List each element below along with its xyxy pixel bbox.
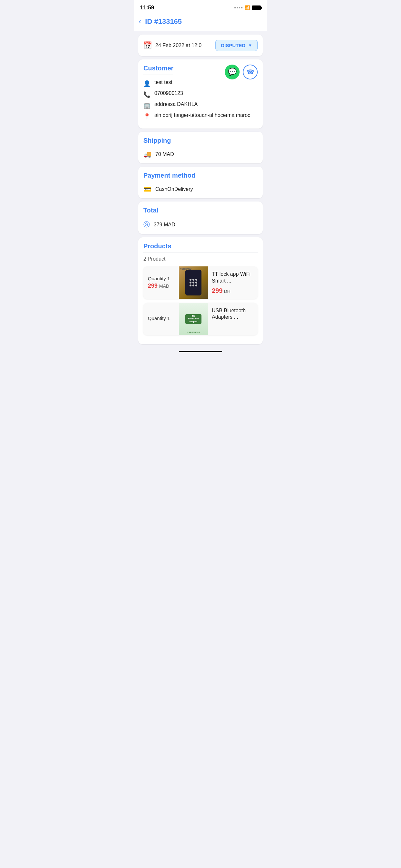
back-button[interactable]: ‹ <box>139 18 141 26</box>
customer-phone-row: 📞 0700900123 <box>143 90 258 98</box>
usb-chip: 5GBluetoothadapter <box>185 314 202 324</box>
whatsapp-icon: 💬 <box>228 68 237 76</box>
payment-card: Payment method 💳 CashOnDelivery <box>138 166 263 198</box>
wifi-icon: 📶 <box>244 5 250 10</box>
page-title: ID #133165 <box>145 18 182 26</box>
product-price-1: 299 MAD <box>148 283 174 289</box>
product-item-1: Quantity 1 299 MAD ©YRHAND TT lock app W… <box>143 267 258 299</box>
keypad-grid <box>189 279 197 286</box>
person-icon: 👤 <box>143 80 150 87</box>
product-info-2: USB Bluetooth Adapters ... <box>208 303 258 335</box>
status-bar: 11:59 📶 <box>134 0 267 13</box>
product-price-unit-1: MAD <box>159 283 169 289</box>
payment-section-title: Payment method <box>143 172 258 182</box>
usb-label: USB DONGLE <box>187 331 200 333</box>
total-card: Total Ⓢ 379 MAD <box>138 202 263 234</box>
products-section-title: Products <box>143 243 258 253</box>
customer-name: test test <box>154 80 173 85</box>
payment-row: 💳 CashOnDelivery <box>143 185 258 193</box>
dh-unit-1: DH <box>224 289 230 294</box>
total-section-title: Total <box>143 207 258 217</box>
chevron-down-icon: ▼ <box>248 43 252 48</box>
building-icon: 🏢 <box>143 102 150 109</box>
whatsapp-button[interactable]: 💬 <box>225 65 240 80</box>
customer-section-title: Customer <box>143 65 174 75</box>
usb-chip-text: 5GBluetoothadapter <box>188 315 199 323</box>
product-qty-2: Quantity 1 <box>148 315 174 321</box>
product-item-2: Quantity 1 5GBluetoothadapter USB DONGLE… <box>143 303 258 335</box>
date-container: 📅 24 Feb 2022 at 12:0 <box>143 41 202 50</box>
product-dh-price-1: 299 DH <box>212 287 254 294</box>
products-card: Products 2 Product Quantity 1 299 MAD ©Y… <box>138 237 263 344</box>
status-time: 11:59 <box>140 4 154 11</box>
product-brand-1: ©YRHAND <box>180 268 191 270</box>
page-header: ‹ ID #133165 <box>134 13 267 31</box>
product-left-1: Quantity 1 299 MAD <box>143 267 179 299</box>
customer-location: ain dorij tanger-tétouan-al hoceïma maro… <box>154 113 250 118</box>
status-icons: 📶 <box>235 5 261 10</box>
product-image-2: 5GBluetoothadapter USB DONGLE <box>179 303 208 335</box>
phone-button[interactable]: ☎ <box>243 65 258 80</box>
home-indicator <box>179 351 222 352</box>
phone-number-icon: 📞 <box>143 91 150 98</box>
product-qty-1: Quantity 1 <box>148 276 174 281</box>
status-dropdown[interactable]: DISPUTED ▼ <box>215 40 258 51</box>
calendar-icon: 📅 <box>143 41 152 50</box>
shipping-section-title: Shipping <box>143 137 258 147</box>
battery-icon <box>252 5 261 10</box>
dh-price-1: 299 <box>212 287 222 294</box>
customer-phone: 0700900123 <box>154 90 183 96</box>
customer-card: Customer 💬 ☎ 👤 test test 📞 0700900123 🏢 … <box>138 59 263 128</box>
customer-location-row: 📍 ain dorij tanger-tétouan-al hoceïma ma… <box>143 113 258 120</box>
lock-panel <box>185 270 202 296</box>
shipping-row: 🚚 70 MAD <box>143 151 258 158</box>
truck-icon: 🚚 <box>143 151 151 158</box>
date-status-row: 📅 24 Feb 2022 at 12:0 DISPUTED ▼ <box>143 40 258 51</box>
product-image-1: ©YRHAND <box>179 267 208 299</box>
products-count: 2 Product <box>143 256 258 262</box>
product-name-1: TT lock app WiFi Smart ... <box>212 271 254 284</box>
customer-name-row: 👤 test test <box>143 80 258 87</box>
customer-actions: 💬 ☎ <box>225 65 258 80</box>
customer-address-row: 🏢 addressa DAKHLA <box>143 101 258 109</box>
shipping-cost: 70 MAD <box>155 151 174 157</box>
product-info-1: TT lock app WiFi Smart ... 299 DH <box>208 267 258 299</box>
customer-header: Customer 💬 ☎ <box>143 65 258 80</box>
signal-dots-icon <box>235 7 243 8</box>
total-row: Ⓢ 379 MAD <box>143 220 258 229</box>
location-pin-icon: 📍 <box>143 113 150 120</box>
date-status-card: 📅 24 Feb 2022 at 12:0 DISPUTED ▼ <box>138 35 263 56</box>
order-date: 24 Feb 2022 at 12:0 <box>155 42 202 49</box>
total-amount: 379 MAD <box>154 222 175 228</box>
customer-address: addressa DAKHLA <box>154 101 197 107</box>
phone-icon: ☎ <box>246 68 254 76</box>
product-name-2: USB Bluetooth Adapters ... <box>212 307 254 321</box>
product-left-2: Quantity 1 <box>143 303 179 335</box>
status-label: DISPUTED <box>221 42 245 48</box>
shipping-card: Shipping 🚚 70 MAD <box>138 132 263 163</box>
dollar-icon: Ⓢ <box>143 220 150 229</box>
payment-method: CashOnDelivery <box>155 186 193 192</box>
product-price-num-1: 299 <box>148 283 158 289</box>
card-icon: 💳 <box>143 185 151 193</box>
